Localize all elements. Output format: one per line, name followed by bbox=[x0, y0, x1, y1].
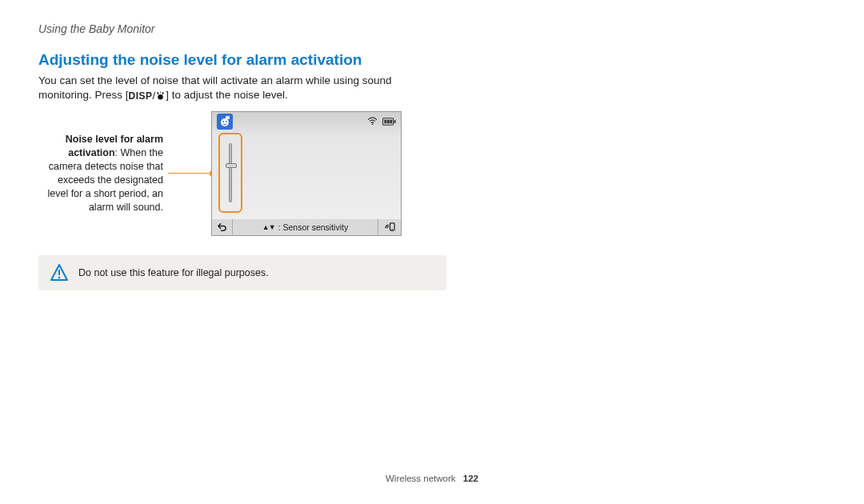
svg-point-0 bbox=[158, 94, 164, 100]
svg-point-14 bbox=[58, 276, 61, 278]
noise-level-slider-highlight bbox=[218, 133, 242, 213]
disp-label: DISP bbox=[129, 90, 153, 102]
slider-handle[interactable] bbox=[226, 163, 237, 168]
bottombar-text: : Sensor sensitivity bbox=[278, 222, 349, 232]
desc-text-after: ] to adjust the noise level. bbox=[166, 89, 287, 101]
mobile-link-button[interactable] bbox=[378, 219, 401, 235]
wifi-icon bbox=[367, 117, 378, 126]
svg-point-5 bbox=[372, 124, 374, 126]
bottom-bar: ▲▼ : Sensor sensitivity bbox=[212, 219, 401, 235]
svg-point-3 bbox=[226, 121, 227, 122]
section-heading: Adjusting the noise level for alarm acti… bbox=[38, 51, 826, 69]
callout-leader-line bbox=[168, 173, 213, 174]
section-description: You can set the level of noise that will… bbox=[38, 74, 438, 103]
callout-text: Noise level for alarm activation: When t… bbox=[38, 133, 163, 214]
up-down-arrows-icon: ▲▼ bbox=[262, 223, 275, 231]
sensor-sensitivity-label: ▲▼ : Sensor sensitivity bbox=[233, 219, 378, 235]
noise-level-slider[interactable] bbox=[229, 143, 232, 202]
baby-monitor-mode-icon bbox=[217, 114, 233, 130]
back-button[interactable] bbox=[212, 219, 233, 235]
breadcrumb: Using the Baby Monitor bbox=[38, 22, 826, 35]
warning-text: Do not use this feature for illegal purp… bbox=[78, 267, 269, 278]
footer-section: Wireless network bbox=[386, 474, 456, 483]
svg-rect-8 bbox=[384, 119, 386, 123]
disp-macro-button-ref: DISP/ bbox=[129, 89, 166, 103]
macro-icon bbox=[155, 90, 166, 101]
warning-icon bbox=[50, 263, 69, 282]
svg-rect-7 bbox=[394, 120, 396, 123]
warning-note: Do not use this feature for illegal purp… bbox=[38, 255, 446, 290]
annotated-figure: Noise level for alarm activation: When t… bbox=[38, 111, 826, 236]
device-screen: ▲▼ : Sensor sensitivity bbox=[211, 111, 402, 236]
svg-point-12 bbox=[391, 229, 392, 230]
status-bar bbox=[212, 112, 401, 131]
battery-icon bbox=[382, 118, 396, 126]
page-footer: Wireless network 122 bbox=[0, 474, 864, 483]
svg-rect-4 bbox=[226, 116, 230, 119]
page-number: 122 bbox=[463, 474, 478, 483]
svg-point-1 bbox=[221, 118, 229, 126]
svg-rect-13 bbox=[58, 270, 60, 275]
svg-rect-9 bbox=[387, 119, 390, 123]
svg-point-2 bbox=[222, 121, 224, 122]
svg-rect-10 bbox=[390, 119, 392, 123]
